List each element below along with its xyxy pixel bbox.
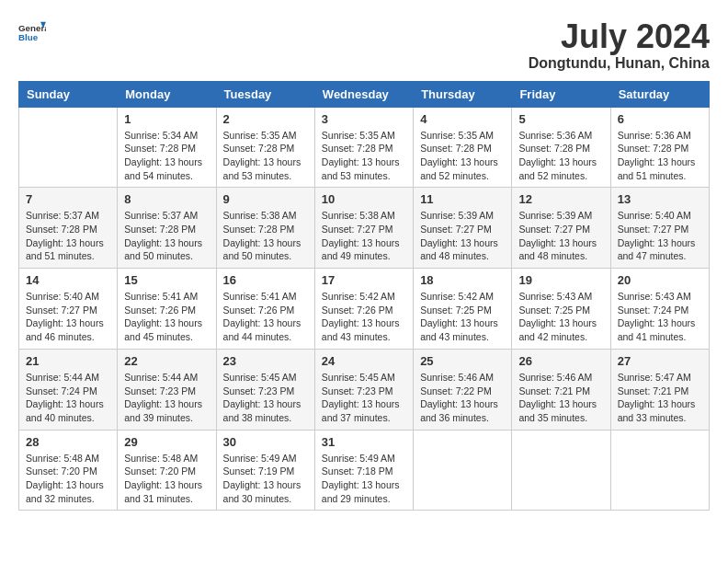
- day-number: 24: [322, 354, 406, 368]
- day-info: Sunrise: 5:45 AM Sunset: 7:23 PM Dayligh…: [223, 371, 308, 425]
- day-info: Sunrise: 5:36 AM Sunset: 7:28 PM Dayligh…: [618, 129, 702, 183]
- daylight-text: Daylight: 13 hours and 31 minutes.: [124, 479, 202, 504]
- sunset-text: Sunset: 7:20 PM: [26, 465, 97, 477]
- sunrise-text: Sunrise: 5:49 AM: [223, 453, 297, 464]
- page-header: General Blue July 2024 Dongtundu, Hunan,…: [18, 18, 710, 72]
- daylight-text: Daylight: 13 hours and 32 minutes.: [26, 479, 104, 504]
- table-row: 15 Sunrise: 5:41 AM Sunset: 7:26 PM Dayl…: [118, 269, 216, 350]
- day-number: 5: [518, 112, 603, 126]
- daylight-text: Daylight: 13 hours and 43 minutes.: [322, 317, 400, 342]
- sunrise-text: Sunrise: 5:43 AM: [618, 291, 691, 302]
- calendar-week-row: 7 Sunrise: 5:37 AM Sunset: 7:28 PM Dayli…: [19, 188, 710, 269]
- sunrise-text: Sunrise: 5:48 AM: [124, 453, 198, 464]
- sunrise-text: Sunrise: 5:49 AM: [322, 453, 395, 464]
- day-number: 28: [26, 435, 110, 449]
- day-info: Sunrise: 5:46 AM Sunset: 7:22 PM Dayligh…: [420, 371, 505, 425]
- day-number: 23: [223, 354, 308, 368]
- table-row: 12 Sunrise: 5:39 AM Sunset: 7:27 PM Dayl…: [512, 188, 610, 269]
- daylight-text: Daylight: 13 hours and 41 minutes.: [618, 317, 696, 342]
- daylight-text: Daylight: 13 hours and 42 minutes.: [518, 317, 597, 342]
- day-number: 6: [618, 112, 702, 126]
- header-friday: Friday: [512, 81, 610, 107]
- table-row: 8 Sunrise: 5:37 AM Sunset: 7:28 PM Dayli…: [118, 188, 216, 269]
- day-number: 25: [420, 354, 505, 368]
- sunset-text: Sunset: 7:23 PM: [124, 385, 196, 396]
- calendar-table: Sunday Monday Tuesday Wednesday Thursday…: [18, 81, 710, 511]
- day-number: 12: [518, 192, 603, 206]
- daylight-text: Daylight: 13 hours and 46 minutes.: [26, 317, 104, 342]
- header-tuesday: Tuesday: [216, 81, 314, 107]
- day-number: 22: [124, 354, 209, 368]
- day-number: 2: [223, 112, 308, 126]
- sunset-text: Sunset: 7:28 PM: [124, 143, 196, 154]
- sunset-text: Sunset: 7:28 PM: [322, 143, 393, 154]
- day-info: Sunrise: 5:39 AM Sunset: 7:27 PM Dayligh…: [420, 209, 505, 263]
- daylight-text: Daylight: 13 hours and 35 minutes.: [518, 398, 597, 423]
- sunset-text: Sunset: 7:24 PM: [26, 385, 97, 396]
- daylight-text: Daylight: 13 hours and 43 minutes.: [420, 317, 498, 342]
- daylight-text: Daylight: 13 hours and 48 minutes.: [518, 237, 597, 262]
- sunrise-text: Sunrise: 5:35 AM: [223, 130, 297, 141]
- daylight-text: Daylight: 13 hours and 39 minutes.: [124, 398, 202, 423]
- sunset-text: Sunset: 7:28 PM: [26, 224, 97, 235]
- sunrise-text: Sunrise: 5:39 AM: [420, 210, 494, 221]
- day-number: 21: [26, 354, 110, 368]
- day-number: 14: [26, 273, 110, 287]
- daylight-text: Daylight: 13 hours and 54 minutes.: [124, 156, 202, 181]
- sunrise-text: Sunrise: 5:45 AM: [223, 372, 297, 383]
- sunrise-text: Sunrise: 5:47 AM: [618, 372, 691, 383]
- day-number: 18: [420, 273, 505, 287]
- sunset-text: Sunset: 7:21 PM: [618, 385, 689, 396]
- daylight-text: Daylight: 13 hours and 37 minutes.: [322, 398, 400, 423]
- day-info: Sunrise: 5:48 AM Sunset: 7:20 PM Dayligh…: [26, 452, 110, 506]
- day-info: Sunrise: 5:35 AM Sunset: 7:28 PM Dayligh…: [322, 129, 406, 183]
- header-saturday: Saturday: [610, 81, 709, 107]
- sunset-text: Sunset: 7:28 PM: [420, 143, 492, 154]
- sunset-text: Sunset: 7:24 PM: [618, 304, 689, 316]
- day-info: Sunrise: 5:43 AM Sunset: 7:25 PM Dayligh…: [518, 290, 603, 344]
- day-info: Sunrise: 5:49 AM Sunset: 7:18 PM Dayligh…: [322, 452, 406, 506]
- table-row: 10 Sunrise: 5:38 AM Sunset: 7:27 PM Dayl…: [314, 188, 413, 269]
- table-row: 22 Sunrise: 5:44 AM Sunset: 7:23 PM Dayl…: [118, 349, 216, 430]
- day-info: Sunrise: 5:41 AM Sunset: 7:26 PM Dayligh…: [124, 290, 209, 344]
- sunset-text: Sunset: 7:27 PM: [518, 224, 590, 235]
- day-number: 10: [322, 192, 406, 206]
- day-info: Sunrise: 5:35 AM Sunset: 7:28 PM Dayligh…: [420, 129, 505, 183]
- table-row: 7 Sunrise: 5:37 AM Sunset: 7:28 PM Dayli…: [19, 188, 118, 269]
- day-info: Sunrise: 5:37 AM Sunset: 7:28 PM Dayligh…: [26, 209, 110, 263]
- table-row: [512, 430, 610, 511]
- sunset-text: Sunset: 7:27 PM: [322, 224, 393, 235]
- sunset-text: Sunset: 7:28 PM: [223, 143, 295, 154]
- sunset-text: Sunset: 7:27 PM: [618, 224, 689, 235]
- sunrise-text: Sunrise: 5:37 AM: [124, 210, 198, 221]
- sunset-text: Sunset: 7:28 PM: [223, 224, 295, 235]
- day-number: 29: [124, 435, 209, 449]
- table-row: [414, 430, 512, 511]
- sunrise-text: Sunrise: 5:36 AM: [618, 130, 691, 141]
- day-info: Sunrise: 5:37 AM Sunset: 7:28 PM Dayligh…: [124, 209, 209, 263]
- day-number: 9: [223, 192, 308, 206]
- day-info: Sunrise: 5:38 AM Sunset: 7:28 PM Dayligh…: [223, 209, 308, 263]
- day-number: 31: [322, 435, 406, 449]
- sunrise-text: Sunrise: 5:37 AM: [26, 210, 99, 221]
- sunset-text: Sunset: 7:22 PM: [420, 385, 492, 396]
- sunrise-text: Sunrise: 5:38 AM: [322, 210, 395, 221]
- sunrise-text: Sunrise: 5:44 AM: [124, 372, 198, 383]
- logo: General Blue: [18, 18, 48, 46]
- sunset-text: Sunset: 7:23 PM: [322, 385, 393, 396]
- daylight-text: Daylight: 13 hours and 49 minutes.: [322, 237, 400, 262]
- sunrise-text: Sunrise: 5:45 AM: [322, 372, 395, 383]
- sunrise-text: Sunrise: 5:40 AM: [618, 210, 691, 221]
- day-number: 3: [322, 112, 406, 126]
- day-info: Sunrise: 5:40 AM Sunset: 7:27 PM Dayligh…: [618, 209, 702, 263]
- day-info: Sunrise: 5:34 AM Sunset: 7:28 PM Dayligh…: [124, 129, 209, 183]
- table-row: 28 Sunrise: 5:48 AM Sunset: 7:20 PM Dayl…: [19, 430, 118, 511]
- header-wednesday: Wednesday: [314, 81, 413, 107]
- calendar-week-row: 14 Sunrise: 5:40 AM Sunset: 7:27 PM Dayl…: [19, 269, 710, 350]
- sunset-text: Sunset: 7:19 PM: [223, 465, 295, 477]
- table-row: 17 Sunrise: 5:42 AM Sunset: 7:26 PM Dayl…: [314, 269, 413, 350]
- day-number: 30: [223, 435, 308, 449]
- day-number: 1: [124, 112, 209, 126]
- table-row: 21 Sunrise: 5:44 AM Sunset: 7:24 PM Dayl…: [19, 349, 118, 430]
- calendar-week-row: 28 Sunrise: 5:48 AM Sunset: 7:20 PM Dayl…: [19, 430, 710, 511]
